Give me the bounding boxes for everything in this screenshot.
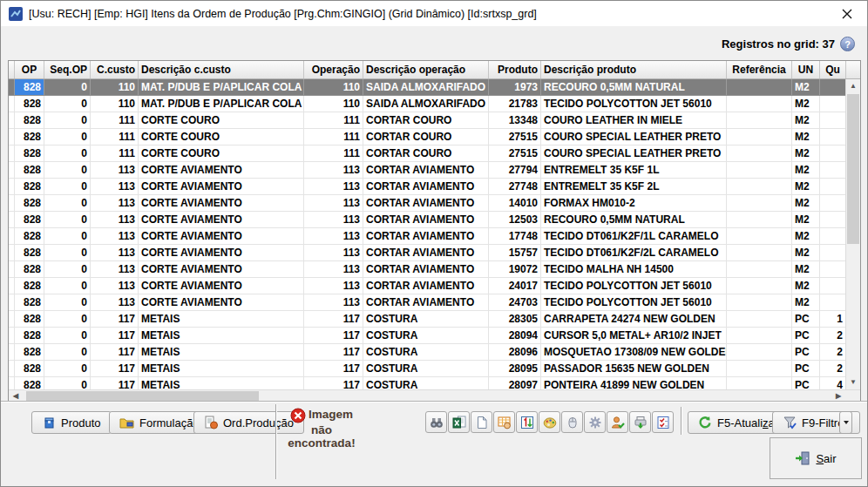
table-row[interactable]: 8280117METAIS117COSTURA28097PONTEIRA 418… bbox=[9, 377, 845, 389]
grid-cell[interactable]: 111 bbox=[304, 129, 363, 145]
table-row[interactable]: 8280111CORTE COURO111CORTAR COURO27515CO… bbox=[9, 145, 845, 162]
grid-cell[interactable]: 21783 bbox=[489, 96, 541, 112]
table-row[interactable]: 8280113CORTE AVIAMENTO113CORTAR AVIAMENT… bbox=[9, 228, 845, 245]
grid-cell[interactable]: 111 bbox=[91, 112, 139, 128]
gear-button[interactable] bbox=[584, 411, 606, 433]
filter-dropdown-button[interactable] bbox=[839, 411, 852, 434]
grid-cell[interactable]: 113 bbox=[304, 195, 363, 211]
grid-cell[interactable] bbox=[820, 228, 845, 244]
grid-cell[interactable]: CORTE COURO bbox=[139, 145, 304, 161]
grid-cell[interactable]: 117 bbox=[304, 328, 363, 343]
grid-cell[interactable] bbox=[727, 212, 792, 227]
grid-cell[interactable] bbox=[727, 377, 792, 389]
grid-cell[interactable]: 0 bbox=[44, 261, 91, 277]
grid-cell[interactable]: 113 bbox=[304, 278, 363, 294]
close-button[interactable] bbox=[832, 1, 862, 26]
grid-cell[interactable]: METAIS bbox=[139, 361, 304, 376]
grid-cell[interactable]: SAIDA ALMOXARIFADO bbox=[363, 79, 489, 95]
grid-cell[interactable]: 828 bbox=[15, 245, 44, 260]
grid-cell[interactable]: 117 bbox=[91, 377, 139, 389]
grid-cell[interactable]: METAIS bbox=[139, 311, 304, 327]
grid-cell[interactable]: CORTE AVIAMENTO bbox=[139, 245, 304, 260]
grid-cell[interactable] bbox=[727, 145, 792, 161]
grid-cell[interactable]: M2 bbox=[792, 261, 820, 277]
grid-hand-button[interactable] bbox=[493, 411, 515, 433]
grid-cell[interactable]: M2 bbox=[792, 278, 820, 294]
table-row[interactable]: 8280113CORTE AVIAMENTO113CORTAR AVIAMENT… bbox=[9, 261, 845, 278]
grid-cell[interactable]: CORTE COURO bbox=[139, 112, 304, 128]
table-row[interactable]: 8280110MAT. P/DUB E P/APLICAR COLA110SAI… bbox=[9, 79, 845, 96]
grid-cell[interactable] bbox=[727, 96, 792, 112]
row-selector-cell[interactable] bbox=[9, 145, 15, 161]
grid-cell[interactable]: 0 bbox=[44, 179, 91, 194]
grid-cell[interactable] bbox=[820, 278, 845, 294]
table-row[interactable]: 8280111CORTE COURO111CORTAR COURO13348CO… bbox=[9, 112, 845, 129]
grid-cell[interactable]: CARRAPETA 24274 NEW GOLDEN bbox=[541, 311, 727, 327]
grid-cell[interactable]: 113 bbox=[91, 179, 139, 194]
grid-cell[interactable]: 113 bbox=[91, 261, 139, 277]
grid-cell[interactable] bbox=[727, 311, 792, 327]
produto-button[interactable]: Produto bbox=[31, 411, 112, 434]
help-icon[interactable]: ? bbox=[840, 37, 855, 51]
row-selector-cell[interactable] bbox=[9, 361, 15, 376]
grid-cell[interactable] bbox=[820, 112, 845, 128]
table-row[interactable]: 8280113CORTE AVIAMENTO113CORTAR AVIAMENT… bbox=[9, 162, 845, 179]
grid-cell[interactable]: 828 bbox=[15, 361, 44, 376]
grid-cell[interactable]: 828 bbox=[15, 311, 44, 327]
grid-cell[interactable]: 111 bbox=[304, 145, 363, 161]
grid-cell[interactable]: M2 bbox=[792, 212, 820, 227]
grid-cell[interactable] bbox=[820, 162, 845, 178]
grid-cell[interactable]: 0 bbox=[44, 129, 91, 145]
row-selector-cell[interactable] bbox=[9, 162, 15, 178]
grid-cell[interactable]: 113 bbox=[304, 228, 363, 244]
grid-cell[interactable]: COSTURA bbox=[363, 311, 489, 327]
grid-cell[interactable]: 828 bbox=[15, 328, 44, 343]
sort-order-button[interactable] bbox=[516, 411, 538, 433]
grid-cell[interactable]: CORTAR AVIAMENTO bbox=[363, 278, 489, 294]
grid-cell[interactable] bbox=[820, 261, 845, 277]
grid-cell[interactable]: PASSADOR 15635 NEW GOLDEN bbox=[541, 361, 727, 376]
grid-cell[interactable]: COURO SPECIAL LEATHER PRETO bbox=[541, 129, 727, 145]
row-selector-cell[interactable] bbox=[9, 112, 15, 128]
scroll-up-icon[interactable]: ▲ bbox=[846, 79, 860, 93]
printer-export-button[interactable] bbox=[629, 411, 651, 433]
grid-cell[interactable]: METAIS bbox=[139, 328, 304, 343]
grid-cell[interactable]: CORTAR AVIAMENTO bbox=[363, 294, 489, 310]
grid-cell[interactable]: COSTURA bbox=[363, 377, 489, 389]
grid-cell[interactable] bbox=[820, 96, 845, 112]
grid-cell[interactable]: 110 bbox=[91, 96, 139, 112]
row-selector-cell[interactable] bbox=[9, 294, 15, 310]
grid-cell[interactable]: 12503 bbox=[489, 212, 541, 227]
grid-cell[interactable]: CORTAR AVIAMENTO bbox=[363, 261, 489, 277]
grid-cell[interactable]: M2 bbox=[792, 96, 820, 112]
grid-cell[interactable]: CORTAR AVIAMENTO bbox=[363, 212, 489, 227]
grid-cell[interactable] bbox=[727, 129, 792, 145]
table-row[interactable]: 8280113CORTE AVIAMENTO113CORTAR AVIAMENT… bbox=[9, 245, 845, 261]
grid-cell[interactable]: 111 bbox=[91, 145, 139, 161]
grid-cell[interactable]: M2 bbox=[792, 228, 820, 244]
user-check-button[interactable] bbox=[607, 411, 628, 433]
grid-cell[interactable]: M2 bbox=[792, 195, 820, 211]
grid-cell[interactable] bbox=[820, 129, 845, 145]
table-row[interactable]: 8280111CORTE COURO111CORTAR COURO27515CO… bbox=[9, 129, 845, 145]
grid-cell[interactable] bbox=[727, 79, 792, 95]
grid-cell[interactable]: TECIDO MALHA NH 14500 bbox=[541, 261, 727, 277]
row-selector-cell[interactable] bbox=[9, 261, 15, 277]
grid-cell[interactable]: 117 bbox=[304, 377, 363, 389]
grid-cell[interactable]: 0 bbox=[44, 79, 91, 95]
grid-cell[interactable]: 0 bbox=[44, 162, 91, 178]
grid-cell[interactable]: 828 bbox=[15, 278, 44, 294]
grid-cell[interactable]: CORTE AVIAMENTO bbox=[139, 294, 304, 310]
grid-cell[interactable]: PC bbox=[792, 311, 820, 327]
grid-cell[interactable] bbox=[727, 112, 792, 128]
grid-cell[interactable]: 828 bbox=[15, 145, 44, 161]
grid-cell[interactable]: COURO LEATHER IN MIELE bbox=[541, 112, 727, 128]
grid-cell[interactable] bbox=[727, 278, 792, 294]
row-selector-cell[interactable] bbox=[9, 311, 15, 327]
grid-cell[interactable]: ENTREMELT 35 K5F 2L bbox=[541, 179, 727, 194]
grid-cell[interactable]: 0 bbox=[44, 245, 91, 260]
grid-cell[interactable] bbox=[820, 195, 845, 211]
grid-cell[interactable]: CORTAR COURO bbox=[363, 145, 489, 161]
grid-cell[interactable]: COSTURA bbox=[363, 328, 489, 343]
grid-cell[interactable]: 117 bbox=[304, 361, 363, 376]
